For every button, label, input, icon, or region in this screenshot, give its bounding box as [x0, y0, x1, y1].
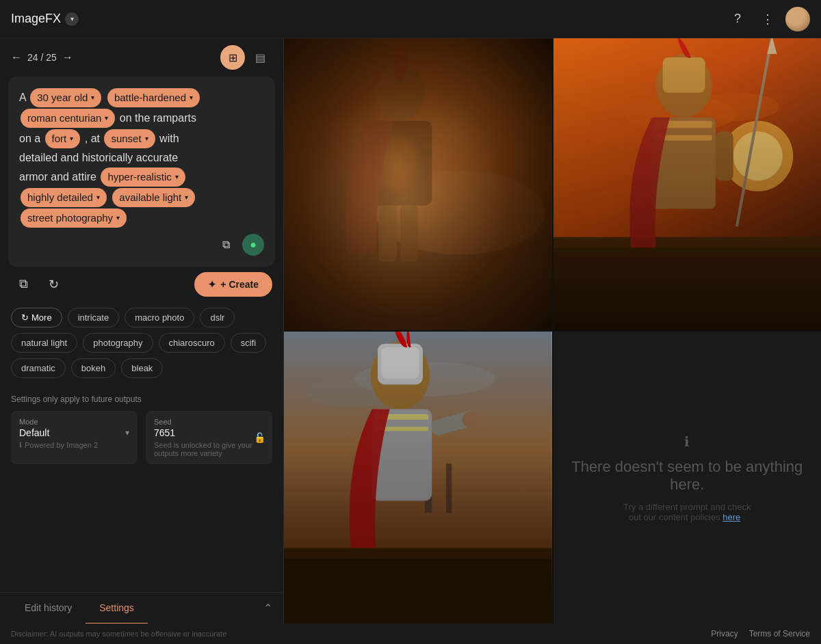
- info-icon: ℹ: [19, 441, 22, 448]
- chip-light[interactable]: available light ▾: [112, 188, 195, 207]
- privacy-link[interactable]: Privacy: [711, 629, 738, 639]
- refresh-icon: ↻: [49, 277, 59, 292]
- copy-prompt-button[interactable]: ⧉: [215, 234, 237, 256]
- tag-chiaroscuro-label: chiaroscuro: [169, 338, 215, 348]
- tag-scifi[interactable]: scifi: [231, 333, 266, 353]
- prompt-text-on-a: on a: [19, 133, 44, 144]
- tag-natural-light[interactable]: natural light: [11, 333, 77, 353]
- tag-scifi-label: scifi: [241, 338, 256, 348]
- tags-row-1: ↻ More intricate macro photo dslr: [11, 308, 272, 327]
- tag-intricate[interactable]: intricate: [68, 308, 120, 327]
- tab-settings[interactable]: Settings: [86, 593, 148, 623]
- svg-rect-14: [553, 237, 822, 247]
- tag-dslr[interactable]: dslr: [200, 308, 235, 327]
- chip-genre[interactable]: street photography ▾: [21, 209, 127, 228]
- app-title-dropdown[interactable]: ▾: [65, 12, 79, 26]
- tag-macro-photo[interactable]: macro photo: [125, 308, 194, 327]
- svg-rect-16: [662, 57, 705, 93]
- tag-macro-photo-label: macro photo: [135, 312, 184, 323]
- svg-rect-5: [369, 121, 432, 206]
- svg-point-30: [371, 342, 430, 410]
- chip-time[interactable]: sunset ▾: [104, 129, 155, 148]
- svg-point-4: [393, 38, 408, 82]
- image-cell-3[interactable]: [284, 332, 552, 623]
- svg-point-12: [694, 93, 779, 121]
- chip-age[interactable]: 30 year old ▾: [30, 88, 101, 107]
- svg-rect-0: [284, 38, 552, 330]
- tos-link[interactable]: Terms of Service: [749, 629, 810, 639]
- tab-bar: Edit history Settings ⌃: [0, 592, 283, 623]
- grid-view-button[interactable]: ⊞: [220, 45, 245, 70]
- grid-icon: ⊞: [229, 51, 237, 64]
- tag-photography[interactable]: photography: [83, 333, 153, 353]
- chip-style[interactable]: hyper-realistic ▾: [101, 167, 185, 187]
- svg-rect-17: [652, 118, 716, 209]
- nav-count: 24 / 25: [27, 52, 57, 63]
- tabs: Edit history Settings: [11, 593, 148, 623]
- copy-button[interactable]: ⧉: [11, 272, 36, 297]
- svg-point-1: [376, 170, 545, 255]
- more-tags-button[interactable]: ↻ More: [11, 308, 62, 327]
- list-view-button[interactable]: ▤: [248, 45, 272, 70]
- tag-dramatic[interactable]: dramatic: [11, 358, 66, 378]
- prompt-text-ramparts: on the ramparts: [120, 112, 196, 124]
- prompt-text-armor: armor and attire: [19, 171, 99, 183]
- tag-bokeh[interactable]: bokeh: [71, 358, 116, 378]
- image-roman-centurion-1: [284, 38, 552, 330]
- left-panel: ← 24 / 25 → ⊞ ▤ A 30 year old ▾ battle-h…: [0, 38, 284, 623]
- tag-natural-light-label: natural light: [21, 338, 67, 348]
- user-avatar[interactable]: [785, 7, 810, 31]
- prompt-prefix: A: [19, 92, 29, 103]
- chip-location[interactable]: fort ▾: [45, 129, 81, 148]
- create-button[interactable]: ✦ + Create: [194, 272, 272, 297]
- nav-bar: ← 24 / 25 → ⊞ ▤: [0, 38, 283, 77]
- topbar: ImageFX ▾ ? ⋮: [0, 0, 821, 38]
- svg-line-20: [736, 38, 772, 226]
- more-menu-button[interactable]: ⋮: [755, 7, 780, 31]
- share-button[interactable]: ●: [242, 234, 264, 256]
- topbar-left: ImageFX ▾: [11, 12, 79, 26]
- svg-rect-2: [284, 255, 552, 330]
- tag-bleak[interactable]: bleak: [121, 358, 163, 378]
- seed-copy-button[interactable]: 🔓: [254, 432, 265, 443]
- image-grid: ℹ There doesn't seem to be anything here…: [284, 38, 821, 623]
- tab-chevron-icon[interactable]: ⌃: [263, 602, 272, 615]
- copy-icon-2: ⧉: [19, 277, 28, 291]
- mode-field[interactable]: Mode Default ▾ ℹ Powered by Imagen 2: [11, 411, 138, 464]
- chip-detail[interactable]: highly detailed ▾: [21, 188, 107, 207]
- chip-type[interactable]: battle-hardened ▾: [107, 88, 200, 107]
- disclaimer-bar: Disclaimer: AI outputs may sometimes be …: [0, 623, 821, 644]
- svg-rect-33: [372, 410, 432, 501]
- action-left: ⧉ ↻: [11, 272, 66, 297]
- tab-edit-history[interactable]: Edit history: [11, 593, 86, 623]
- chip-subject[interactable]: roman centurian ▾: [21, 109, 115, 128]
- tab-settings-label: Settings: [99, 602, 134, 613]
- content-policy-link[interactable]: here: [722, 512, 740, 522]
- create-plus-icon: ✦: [208, 279, 216, 290]
- image-cell-2[interactable]: [553, 38, 822, 330]
- seed-note: Seed is unlocked to give your outputs mo…: [154, 441, 264, 457]
- svg-rect-34: [376, 414, 428, 420]
- help-button[interactable]: ?: [725, 7, 750, 31]
- more-refresh-icon: ↻: [21, 312, 29, 323]
- svg-rect-8: [553, 38, 822, 330]
- svg-marker-21: [767, 38, 777, 54]
- seed-value: 7651: [154, 427, 175, 438]
- svg-point-11: [624, 96, 737, 132]
- svg-point-25: [305, 379, 404, 407]
- tags-row-3: dramatic bokeh bleak: [11, 358, 272, 378]
- svg-rect-32: [381, 347, 419, 379]
- svg-rect-36: [430, 410, 478, 436]
- mode-value-row: Default ▾: [19, 427, 129, 438]
- image-cell-1[interactable]: [284, 38, 552, 330]
- settings-note: Settings only apply to future outputs: [11, 394, 272, 404]
- view-toggles: ⊞ ▤: [220, 45, 272, 70]
- svg-rect-29: [284, 548, 552, 559]
- seed-value-row: 7651 🔓: [154, 427, 264, 438]
- prev-button[interactable]: ←: [11, 51, 22, 64]
- refresh-button[interactable]: ↻: [41, 272, 66, 297]
- tag-chiaroscuro[interactable]: chiaroscuro: [159, 333, 225, 353]
- more-label: More: [31, 312, 52, 323]
- next-button[interactable]: →: [62, 51, 73, 64]
- powered-by-text: Powered by Imagen 2: [25, 441, 98, 449]
